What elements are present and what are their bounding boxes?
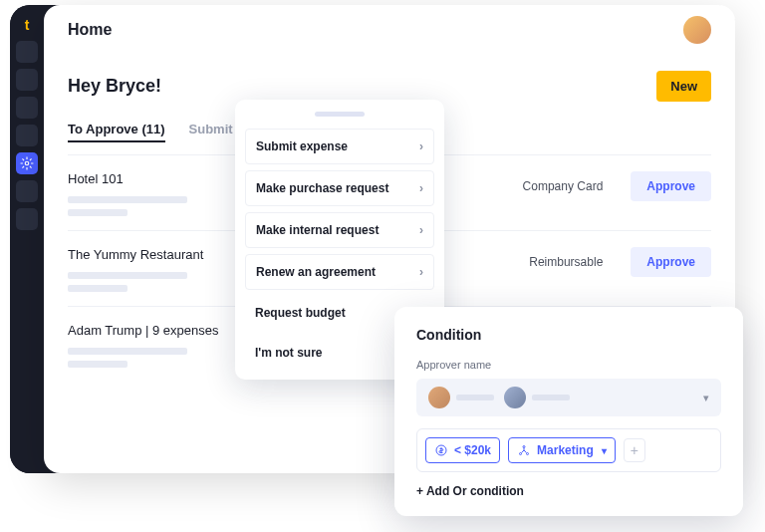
sidebar-item-6[interactable] — [16, 180, 38, 202]
tab-to-approve[interactable]: To Approve (11) — [68, 122, 165, 142]
avatar — [504, 387, 526, 408]
action-make-purchase-request[interactable]: Make purchase request › — [245, 170, 434, 206]
new-button[interactable]: New — [656, 71, 711, 102]
action-renew-agreement[interactable]: Renew an agreement › — [245, 254, 434, 290]
expense-type: Company Card — [523, 179, 604, 193]
add-or-condition[interactable]: + Add Or condition — [416, 484, 721, 498]
chevron-down-icon: ▾ — [602, 445, 607, 456]
approver-label: Approver name — [416, 359, 721, 371]
department-chip[interactable]: Marketing ▾ — [508, 437, 616, 463]
expense-type: Reimbursable — [529, 255, 603, 269]
action-submit-expense[interactable]: Submit expense › — [245, 129, 434, 164]
action-label: Renew an agreement — [256, 265, 376, 279]
sidebar-item-4[interactable] — [16, 125, 38, 146]
amount-chip[interactable]: < $20k — [425, 437, 500, 463]
chevron-right-icon: › — [419, 265, 423, 279]
sidebar-item-active[interactable] — [16, 152, 38, 174]
chevron-right-icon: › — [419, 181, 423, 195]
action-label: Make internal request — [256, 223, 379, 237]
user-avatar[interactable] — [683, 16, 711, 44]
department-icon — [517, 443, 531, 457]
sidebar-item-1[interactable] — [16, 41, 38, 63]
svg-point-0 — [25, 161, 29, 165]
sidebar-item-3[interactable] — [16, 97, 38, 119]
approver-person — [504, 387, 570, 408]
action-label: Make purchase request — [256, 181, 388, 195]
add-chip-button[interactable]: + — [624, 438, 645, 462]
approver-person — [428, 387, 494, 408]
drag-handle[interactable] — [315, 112, 365, 117]
approver-selector[interactable]: ▾ — [416, 379, 721, 416]
svg-point-2 — [523, 446, 525, 448]
chevron-right-icon: › — [419, 139, 423, 153]
greeting: Hey Bryce! — [68, 76, 161, 97]
condition-card: Condition Approver name ▾ < $20k Marketi… — [394, 307, 743, 516]
sidebar-item-2[interactable] — [16, 69, 38, 91]
approve-button[interactable]: Approve — [631, 171, 711, 201]
action-label: Submit expense — [256, 139, 348, 153]
dollar-icon — [434, 443, 448, 457]
action-make-internal-request[interactable]: Make internal request › — [245, 212, 434, 248]
sidebar: t — [10, 5, 44, 473]
action-label: I'm not sure — [255, 346, 323, 360]
condition-title: Condition — [416, 327, 721, 343]
avatar — [428, 387, 450, 408]
condition-chips: < $20k Marketing ▾ + — [416, 428, 721, 472]
chevron-down-icon: ▾ — [703, 392, 709, 404]
top-bar: Home — [44, 5, 735, 55]
approve-button[interactable]: Approve — [631, 247, 711, 277]
app-logo: t — [17, 15, 37, 35]
sidebar-item-7[interactable] — [16, 208, 38, 230]
page-title: Home — [68, 21, 112, 39]
tab-submit[interactable]: Submit — [189, 122, 233, 142]
chevron-right-icon: › — [419, 223, 423, 237]
svg-point-4 — [527, 453, 529, 455]
chip-label: Marketing — [537, 443, 594, 457]
svg-point-3 — [520, 453, 522, 455]
action-label: Request budget — [255, 306, 346, 320]
chip-label: < $20k — [454, 443, 491, 457]
